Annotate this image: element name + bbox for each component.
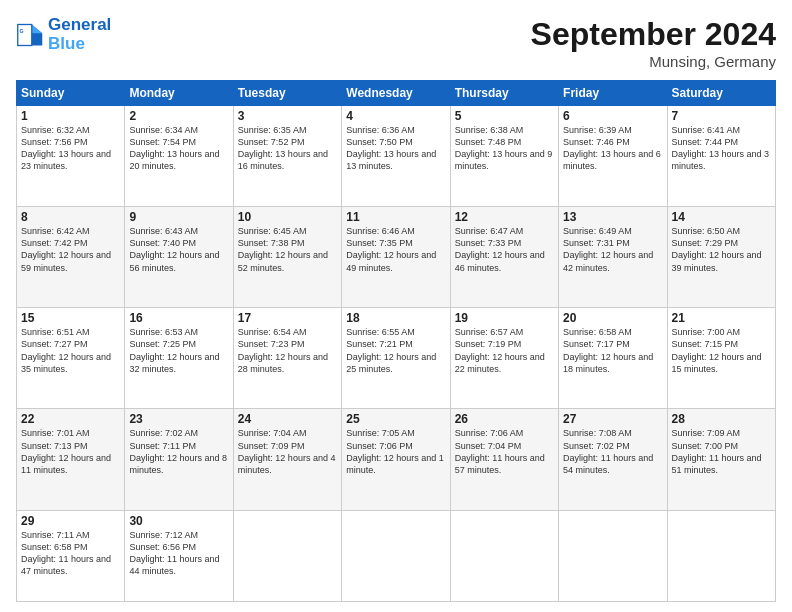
calendar-cell xyxy=(667,510,775,602)
day-info: Sunrise: 6:34 AMSunset: 7:54 PMDaylight:… xyxy=(129,124,228,173)
calendar-cell: 2Sunrise: 6:34 AMSunset: 7:54 PMDaylight… xyxy=(125,106,233,207)
day-number: 22 xyxy=(21,412,120,426)
title-block: September 2024 Munsing, Germany xyxy=(531,16,776,70)
calendar-cell: 10Sunrise: 6:45 AMSunset: 7:38 PMDayligh… xyxy=(233,207,341,308)
dow-header: Sunday xyxy=(17,81,125,106)
day-number: 30 xyxy=(129,514,228,528)
day-info: Sunrise: 6:43 AMSunset: 7:40 PMDaylight:… xyxy=(129,225,228,274)
month-title: September 2024 xyxy=(531,16,776,53)
calendar-cell: 3Sunrise: 6:35 AMSunset: 7:52 PMDaylight… xyxy=(233,106,341,207)
day-info: Sunrise: 6:36 AMSunset: 7:50 PMDaylight:… xyxy=(346,124,445,173)
day-number: 7 xyxy=(672,109,771,123)
day-info: Sunrise: 7:08 AMSunset: 7:02 PMDaylight:… xyxy=(563,427,662,476)
day-info: Sunrise: 6:54 AMSunset: 7:23 PMDaylight:… xyxy=(238,326,337,375)
day-number: 19 xyxy=(455,311,554,325)
calendar-cell: 21Sunrise: 7:00 AMSunset: 7:15 PMDayligh… xyxy=(667,308,775,409)
day-number: 21 xyxy=(672,311,771,325)
day-number: 28 xyxy=(672,412,771,426)
logo-blue: Blue xyxy=(48,35,111,54)
logo-general: General xyxy=(48,15,111,34)
calendar-cell: 24Sunrise: 7:04 AMSunset: 7:09 PMDayligh… xyxy=(233,409,341,510)
day-number: 5 xyxy=(455,109,554,123)
day-info: Sunrise: 6:53 AMSunset: 7:25 PMDaylight:… xyxy=(129,326,228,375)
calendar-cell: 27Sunrise: 7:08 AMSunset: 7:02 PMDayligh… xyxy=(559,409,667,510)
day-number: 10 xyxy=(238,210,337,224)
dow-header: Friday xyxy=(559,81,667,106)
day-number: 2 xyxy=(129,109,228,123)
calendar-cell: 17Sunrise: 6:54 AMSunset: 7:23 PMDayligh… xyxy=(233,308,341,409)
calendar-cell: 6Sunrise: 6:39 AMSunset: 7:46 PMDaylight… xyxy=(559,106,667,207)
day-info: Sunrise: 7:00 AMSunset: 7:15 PMDaylight:… xyxy=(672,326,771,375)
day-number: 16 xyxy=(129,311,228,325)
calendar-cell: 14Sunrise: 6:50 AMSunset: 7:29 PMDayligh… xyxy=(667,207,775,308)
day-number: 29 xyxy=(21,514,120,528)
day-info: Sunrise: 6:51 AMSunset: 7:27 PMDaylight:… xyxy=(21,326,120,375)
header: G General Blue September 2024 Munsing, G… xyxy=(16,16,776,70)
day-number: 13 xyxy=(563,210,662,224)
calendar-cell: 16Sunrise: 6:53 AMSunset: 7:25 PMDayligh… xyxy=(125,308,233,409)
calendar-cell: 30Sunrise: 7:12 AMSunset: 6:56 PMDayligh… xyxy=(125,510,233,602)
calendar-cell: 11Sunrise: 6:46 AMSunset: 7:35 PMDayligh… xyxy=(342,207,450,308)
day-info: Sunrise: 6:42 AMSunset: 7:42 PMDaylight:… xyxy=(21,225,120,274)
calendar-cell: 8Sunrise: 6:42 AMSunset: 7:42 PMDaylight… xyxy=(17,207,125,308)
calendar-cell: 12Sunrise: 6:47 AMSunset: 7:33 PMDayligh… xyxy=(450,207,558,308)
day-info: Sunrise: 6:49 AMSunset: 7:31 PMDaylight:… xyxy=(563,225,662,274)
day-info: Sunrise: 6:57 AMSunset: 7:19 PMDaylight:… xyxy=(455,326,554,375)
calendar-cell: 9Sunrise: 6:43 AMSunset: 7:40 PMDaylight… xyxy=(125,207,233,308)
page: G General Blue September 2024 Munsing, G… xyxy=(0,0,792,612)
day-number: 12 xyxy=(455,210,554,224)
calendar-cell: 28Sunrise: 7:09 AMSunset: 7:00 PMDayligh… xyxy=(667,409,775,510)
location: Munsing, Germany xyxy=(531,53,776,70)
calendar-cell: 26Sunrise: 7:06 AMSunset: 7:04 PMDayligh… xyxy=(450,409,558,510)
day-number: 27 xyxy=(563,412,662,426)
day-info: Sunrise: 7:09 AMSunset: 7:00 PMDaylight:… xyxy=(672,427,771,476)
dow-header: Tuesday xyxy=(233,81,341,106)
day-info: Sunrise: 6:46 AMSunset: 7:35 PMDaylight:… xyxy=(346,225,445,274)
day-info: Sunrise: 7:11 AMSunset: 6:58 PMDaylight:… xyxy=(21,529,120,578)
calendar-cell: 1Sunrise: 6:32 AMSunset: 7:56 PMDaylight… xyxy=(17,106,125,207)
calendar-cell: 13Sunrise: 6:49 AMSunset: 7:31 PMDayligh… xyxy=(559,207,667,308)
day-number: 15 xyxy=(21,311,120,325)
day-info: Sunrise: 7:05 AMSunset: 7:06 PMDaylight:… xyxy=(346,427,445,476)
logo-icon: G xyxy=(16,21,44,49)
calendar-table: SundayMondayTuesdayWednesdayThursdayFrid… xyxy=(16,80,776,602)
logo-text: General Blue xyxy=(48,16,111,53)
day-number: 3 xyxy=(238,109,337,123)
day-number: 1 xyxy=(21,109,120,123)
calendar-cell: 29Sunrise: 7:11 AMSunset: 6:58 PMDayligh… xyxy=(17,510,125,602)
day-info: Sunrise: 6:50 AMSunset: 7:29 PMDaylight:… xyxy=(672,225,771,274)
calendar-cell: 7Sunrise: 6:41 AMSunset: 7:44 PMDaylight… xyxy=(667,106,775,207)
calendar-cell xyxy=(450,510,558,602)
day-number: 17 xyxy=(238,311,337,325)
day-info: Sunrise: 6:39 AMSunset: 7:46 PMDaylight:… xyxy=(563,124,662,173)
calendar-cell xyxy=(559,510,667,602)
day-info: Sunrise: 7:12 AMSunset: 6:56 PMDaylight:… xyxy=(129,529,228,578)
calendar-cell: 19Sunrise: 6:57 AMSunset: 7:19 PMDayligh… xyxy=(450,308,558,409)
calendar-cell: 15Sunrise: 6:51 AMSunset: 7:27 PMDayligh… xyxy=(17,308,125,409)
day-number: 20 xyxy=(563,311,662,325)
day-number: 25 xyxy=(346,412,445,426)
day-number: 9 xyxy=(129,210,228,224)
calendar-cell: 18Sunrise: 6:55 AMSunset: 7:21 PMDayligh… xyxy=(342,308,450,409)
day-number: 4 xyxy=(346,109,445,123)
day-info: Sunrise: 6:55 AMSunset: 7:21 PMDaylight:… xyxy=(346,326,445,375)
calendar-cell xyxy=(342,510,450,602)
day-info: Sunrise: 6:47 AMSunset: 7:33 PMDaylight:… xyxy=(455,225,554,274)
day-info: Sunrise: 7:04 AMSunset: 7:09 PMDaylight:… xyxy=(238,427,337,476)
day-info: Sunrise: 6:35 AMSunset: 7:52 PMDaylight:… xyxy=(238,124,337,173)
day-number: 14 xyxy=(672,210,771,224)
calendar-cell: 23Sunrise: 7:02 AMSunset: 7:11 PMDayligh… xyxy=(125,409,233,510)
day-info: Sunrise: 7:02 AMSunset: 7:11 PMDaylight:… xyxy=(129,427,228,476)
calendar-cell: 20Sunrise: 6:58 AMSunset: 7:17 PMDayligh… xyxy=(559,308,667,409)
dow-header: Monday xyxy=(125,81,233,106)
day-number: 26 xyxy=(455,412,554,426)
calendar-cell: 25Sunrise: 7:05 AMSunset: 7:06 PMDayligh… xyxy=(342,409,450,510)
day-info: Sunrise: 6:45 AMSunset: 7:38 PMDaylight:… xyxy=(238,225,337,274)
svg-text:G: G xyxy=(20,28,24,34)
day-number: 6 xyxy=(563,109,662,123)
dow-header: Saturday xyxy=(667,81,775,106)
day-info: Sunrise: 6:32 AMSunset: 7:56 PMDaylight:… xyxy=(21,124,120,173)
day-number: 24 xyxy=(238,412,337,426)
calendar-cell: 22Sunrise: 7:01 AMSunset: 7:13 PMDayligh… xyxy=(17,409,125,510)
day-number: 11 xyxy=(346,210,445,224)
